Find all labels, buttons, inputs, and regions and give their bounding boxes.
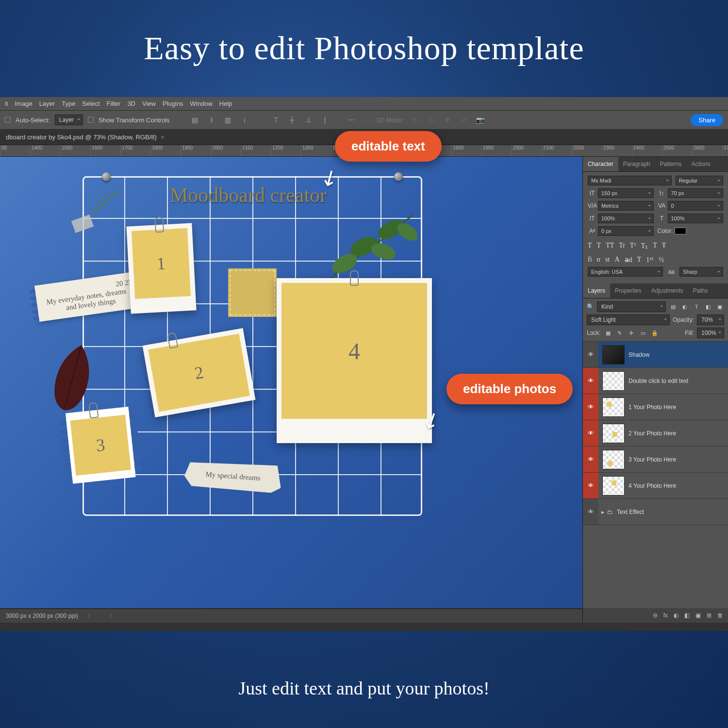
lock-all-icon[interactable]: 🔒 bbox=[650, 329, 659, 337]
language-dropdown[interactable]: English: USA bbox=[588, 267, 663, 277]
lock-position-icon[interactable]: ✛ bbox=[627, 329, 636, 337]
3d-pan-icon[interactable]: ✥ bbox=[442, 114, 453, 126]
menu-view[interactable]: View bbox=[142, 100, 156, 107]
filter-kind-dropdown[interactable]: Kind bbox=[597, 301, 666, 312]
layer-thumbnail[interactable] bbox=[602, 397, 625, 417]
layer-visibility-toggle[interactable]: 👁 bbox=[583, 420, 598, 446]
menu-type[interactable]: Type bbox=[62, 100, 75, 107]
chevron-right-icon[interactable]: ▸ bbox=[601, 509, 604, 515]
layer-visibility-toggle[interactable]: 👁 bbox=[583, 342, 598, 367]
layer-visibility-toggle[interactable]: 👁 bbox=[583, 499, 598, 525]
type-style-button[interactable]: a̶d bbox=[625, 256, 632, 264]
opacity-field[interactable]: 70% bbox=[697, 314, 724, 325]
layer-row[interactable]: 👁1 Your Photo Here bbox=[583, 394, 728, 420]
share-button[interactable]: Share bbox=[691, 114, 723, 126]
more-icon[interactable]: ⋯ bbox=[346, 114, 357, 126]
tab-paragraph[interactable]: Paragraph bbox=[618, 157, 655, 171]
tab-layers[interactable]: Layers bbox=[583, 283, 610, 298]
layer-thumbnail[interactable] bbox=[602, 476, 625, 496]
layer-row[interactable]: 👁3 Your Photo Here bbox=[583, 447, 728, 473]
type-style-button[interactable]: T bbox=[637, 256, 642, 264]
filter-smart-icon[interactable]: ▣ bbox=[715, 303, 724, 311]
layer-visibility-toggle[interactable]: 👁 bbox=[583, 447, 598, 472]
type-style-button[interactable]: Ŧ bbox=[662, 242, 666, 250]
tab-adjustments[interactable]: Adjustments bbox=[646, 283, 688, 298]
distribute-top-icon[interactable]: ⊤ bbox=[270, 114, 281, 126]
filter-adjust-icon[interactable]: ◐ bbox=[680, 303, 689, 311]
menu-it[interactable]: it bbox=[5, 100, 8, 107]
filter-shape-icon[interactable]: ◧ bbox=[704, 303, 712, 311]
tab-character[interactable]: Character bbox=[583, 157, 618, 171]
layer-action-icon[interactable]: 🗑 bbox=[717, 612, 723, 619]
layer-thumbnail[interactable] bbox=[602, 450, 625, 469]
align-center-h-icon[interactable]: ⫴ bbox=[206, 114, 217, 126]
filter-type-icon[interactable]: T bbox=[692, 303, 701, 311]
distribute-vcenter-icon[interactable]: ┼ bbox=[286, 114, 298, 126]
menu-filter[interactable]: Filter bbox=[107, 100, 121, 107]
type-style-button[interactable]: Tr bbox=[619, 242, 625, 250]
chevron-right-icon[interactable]: 〉 bbox=[88, 612, 93, 619]
tab-paths[interactable]: Paths bbox=[688, 283, 713, 298]
distribute-left-icon[interactable]: | bbox=[319, 114, 331, 126]
type-style-button[interactable]: ½ bbox=[659, 256, 664, 264]
layer-action-icon[interactable]: ◐ bbox=[674, 612, 678, 619]
layer-row[interactable]: 👁▸🗀Text Effect bbox=[583, 499, 728, 525]
document-tab[interactable]: dboard creator by Sko4.psd @ 73% (Shadow… bbox=[6, 133, 165, 141]
lock-paint-icon[interactable]: ✎ bbox=[615, 329, 624, 337]
type-style-button[interactable]: T bbox=[597, 242, 601, 250]
type-style-button[interactable]: T bbox=[588, 242, 592, 250]
blend-mode-dropdown[interactable]: Soft Light bbox=[587, 314, 670, 325]
tracking-dropdown[interactable]: 0 bbox=[668, 201, 724, 211]
tab-actions[interactable]: Actions bbox=[686, 157, 715, 171]
menu-select[interactable]: Select bbox=[82, 100, 99, 107]
3d-camera-icon[interactable]: 📷 bbox=[475, 114, 486, 126]
layer-thumbnail[interactable] bbox=[602, 345, 625, 364]
3d-orbit-icon[interactable]: ⟳ bbox=[409, 114, 420, 126]
menu-plugins[interactable]: Plugins bbox=[163, 100, 183, 107]
align-right-icon[interactable]: ▥ bbox=[222, 114, 234, 126]
fill-field[interactable]: 100% bbox=[697, 328, 724, 338]
close-icon[interactable]: × bbox=[161, 133, 165, 141]
type-style-button[interactable]: fi bbox=[588, 256, 592, 264]
filter-pixel-icon[interactable]: ▤ bbox=[669, 303, 678, 311]
type-style-button[interactable]: A bbox=[614, 256, 619, 264]
layer-row[interactable]: 👁2 Your Photo Here bbox=[583, 420, 728, 447]
tab-properties[interactable]: Properties bbox=[610, 283, 646, 298]
font-size-dropdown[interactable]: 150 px bbox=[598, 188, 654, 198]
chevron-left-icon[interactable]: 〈 bbox=[107, 612, 112, 619]
kerning-dropdown[interactable]: Metrics bbox=[598, 201, 654, 211]
layer-visibility-toggle[interactable]: 👁 bbox=[583, 473, 598, 498]
layer-action-icon[interactable]: fx bbox=[663, 612, 668, 619]
font-family-dropdown[interactable]: Ms Madi bbox=[588, 176, 672, 185]
hscale-field[interactable]: 100% bbox=[668, 214, 724, 223]
layer-row[interactable]: 👁Double click to edit text bbox=[583, 368, 728, 394]
type-style-button[interactable]: st bbox=[605, 256, 610, 264]
autoselect-target-dropdown[interactable]: Layer bbox=[55, 115, 83, 125]
layer-action-icon[interactable]: ⊞ bbox=[707, 612, 711, 619]
layer-action-icon[interactable]: ▣ bbox=[695, 612, 701, 619]
type-style-button[interactable]: σ bbox=[597, 256, 601, 264]
baseline-field[interactable]: 0 px bbox=[598, 226, 654, 236]
menu-3d[interactable]: 3D bbox=[127, 100, 135, 107]
type-style-button[interactable]: 1ˢᵗ bbox=[646, 256, 654, 264]
layer-visibility-toggle[interactable]: 👁 bbox=[583, 394, 598, 420]
tab-patterns[interactable]: Patterns bbox=[655, 157, 687, 171]
menu-layer[interactable]: Layer bbox=[39, 100, 55, 107]
layer-thumbnail[interactable] bbox=[602, 424, 625, 443]
antialias-dropdown[interactable]: Sharp bbox=[679, 267, 723, 277]
transform-checkbox[interactable] bbox=[88, 117, 94, 123]
layer-action-icon[interactable]: ◧ bbox=[684, 612, 690, 619]
lock-transparent-icon[interactable]: ▦ bbox=[604, 329, 612, 337]
leading-dropdown[interactable]: 70 px bbox=[668, 188, 724, 198]
layer-row[interactable]: 👁4 Your Photo Here bbox=[583, 473, 728, 499]
align-top-icon[interactable]: ⫶ bbox=[239, 114, 250, 126]
vscale-field[interactable]: 100% bbox=[598, 214, 654, 223]
menu-window[interactable]: Window bbox=[190, 100, 213, 107]
text-color-swatch[interactable] bbox=[675, 228, 686, 234]
menu-image[interactable]: Image bbox=[15, 100, 33, 107]
3d-roll-icon[interactable]: ◎ bbox=[425, 114, 437, 126]
autoselect-checkbox[interactable] bbox=[5, 117, 11, 123]
align-left-icon[interactable]: ▤ bbox=[189, 114, 201, 126]
menu-help[interactable]: Help bbox=[219, 100, 232, 107]
layer-thumbnail[interactable] bbox=[602, 371, 625, 391]
